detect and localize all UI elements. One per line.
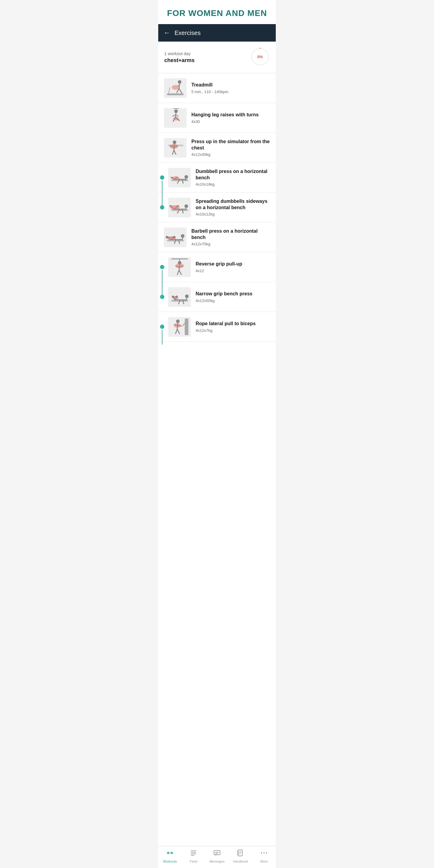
svg-rect-104 <box>169 852 171 853</box>
bottom-nav: Workouts Feed Messages <box>158 846 276 868</box>
exercise-list: Treadmill 5 min., 110 - 140bpm Hanging l… <box>158 73 276 846</box>
exercise-name: Reverse grip pull-up <box>195 261 271 267</box>
exercise-item[interactable]: Dumbbell press on a horizontal bench 4x1… <box>158 163 276 193</box>
nav-label-workouts: Workouts <box>163 860 177 863</box>
svg-rect-108 <box>191 855 194 856</box>
svg-rect-114 <box>239 852 241 853</box>
nav-label-more: More <box>260 860 268 863</box>
exercise-detail: 4x10x12kg <box>195 212 271 216</box>
svg-point-44 <box>184 204 188 208</box>
timeline-dot <box>160 324 164 329</box>
nav-item-workouts[interactable]: Workouts <box>161 849 179 863</box>
nav-label-messages: Messages <box>210 860 224 863</box>
exercise-name: Barbell press on a horizontal bench <box>191 228 271 241</box>
svg-point-53 <box>170 205 180 210</box>
svg-rect-113 <box>239 851 241 852</box>
exercise-name: Narrow grip bench press <box>195 291 271 297</box>
exercise-info-dumbbell: Dumbbell press on a horizontal bench 4x1… <box>195 168 271 187</box>
svg-point-41 <box>171 176 180 180</box>
svg-rect-116 <box>238 850 238 855</box>
exercise-name: Press up in the simulator from the chest <box>191 138 271 151</box>
exercise-info-rope: Rope lateral pull to biceps 4x12x7kg <box>195 321 271 333</box>
nav-header: ← Exercises <box>158 24 276 41</box>
svg-rect-111 <box>215 853 218 854</box>
exercise-image-rope <box>167 316 191 337</box>
nav-item-handbook[interactable]: Handbook <box>231 849 250 863</box>
timeline-dot-bottom <box>160 205 164 210</box>
svg-point-89 <box>173 297 179 300</box>
exercise-name: Rope lateral pull to biceps <box>195 321 271 327</box>
svg-line-57 <box>182 238 183 240</box>
exercise-name: Treadmill <box>191 82 271 88</box>
svg-rect-102 <box>168 852 169 854</box>
handbook-icon <box>237 849 244 858</box>
exercise-item[interactable]: Press up in the simulator from the chest… <box>158 133 276 163</box>
exercise-info-pressup: Press up in the simulator from the chest… <box>191 138 271 157</box>
timeline-dot <box>160 295 164 299</box>
svg-point-22 <box>173 141 176 144</box>
exercise-name: Spreading dumbbells sideways on a horizo… <box>195 198 271 211</box>
nav-label-feed: Feed <box>190 860 197 863</box>
exercise-info-narrow: Narrow grip bench press 4x12x50kg <box>195 291 271 303</box>
messages-icon <box>213 849 221 858</box>
exercise-info-hangraise: Hanging leg raises with turns 4x30 <box>191 112 271 124</box>
svg-point-10 <box>172 85 179 90</box>
page-title: Exercises <box>175 30 201 36</box>
exercise-detail: 5 min., 110 - 140bpm <box>191 90 271 94</box>
exercise-detail: 4x12x70kg <box>191 242 271 246</box>
exercise-image-treadmill <box>163 78 187 98</box>
workout-day-header: 1 workout day chest+arms 0% <box>158 41 276 73</box>
exercise-detail: 4x12x7kg <box>195 328 271 333</box>
exercise-info-reverse: Reverse grip pull-up 4x12 <box>195 261 271 273</box>
exercise-name: Dumbbell press on a horizontal bench <box>195 168 271 181</box>
exercise-item[interactable]: Reverse grip pull-up 4x12 <box>158 252 276 282</box>
workout-day-number: 1 workout day <box>164 51 195 56</box>
progress-circle-container: 0% <box>250 47 270 67</box>
svg-rect-105 <box>191 850 196 851</box>
exercise-item[interactable]: Spreading dumbbells sideways on a horizo… <box>158 193 276 222</box>
svg-rect-107 <box>191 854 196 854</box>
svg-point-93 <box>176 319 180 323</box>
svg-point-66 <box>167 237 176 240</box>
svg-line-4 <box>179 84 180 89</box>
nav-item-feed[interactable]: Feed <box>184 849 203 863</box>
exercise-info-barbell: Barbell press on a horizontal bench 4x12… <box>191 228 271 247</box>
workout-day-name: chest+arms <box>164 57 195 64</box>
progress-text: 0% <box>257 55 263 59</box>
exercise-image-spreading <box>167 197 191 218</box>
nav-item-more[interactable]: More <box>255 849 273 863</box>
svg-point-119 <box>266 852 267 854</box>
exercise-image-pressup <box>163 137 187 158</box>
svg-rect-106 <box>191 852 196 852</box>
nav-label-handbook: Handbook <box>233 860 248 863</box>
exercise-image-barbell <box>163 227 187 248</box>
more-icon <box>260 849 268 858</box>
svg-rect-115 <box>239 854 241 855</box>
timeline-dot-top <box>160 176 164 180</box>
svg-point-99 <box>174 323 181 328</box>
svg-rect-8 <box>167 93 184 95</box>
exercise-item[interactable]: Hanging leg raises with turns 4x30 <box>158 103 276 133</box>
exercise-image-narrow <box>167 286 191 307</box>
exercise-info-spreading: Spreading dumbbells sideways on a horizo… <box>195 198 271 217</box>
back-button[interactable]: ← <box>164 29 170 37</box>
workouts-icon <box>166 849 174 858</box>
exercise-image-hangraise <box>163 107 187 128</box>
exercise-info-treadmill: Treadmill 5 min., 110 - 140bpm <box>191 82 271 94</box>
exercise-detail: 4x10x18kg <box>195 182 271 187</box>
progress-circle: 0% <box>250 47 270 66</box>
exercise-item[interactable]: Rope lateral pull to biceps 4x12x7kg <box>158 312 276 342</box>
timeline-line <box>162 330 162 344</box>
exercise-item[interactable]: Barbell press on a horizontal bench 4x12… <box>158 222 276 252</box>
svg-point-117 <box>261 852 262 854</box>
exercise-item[interactable]: Narrow grip bench press 4x12x50kg <box>158 282 276 312</box>
svg-point-118 <box>264 852 265 854</box>
exercise-item[interactable]: Treadmill 5 min., 110 - 140bpm <box>158 73 276 103</box>
hero-title: FOR WOMEN AND MEN <box>163 8 271 18</box>
svg-rect-110 <box>215 852 219 852</box>
svg-rect-103 <box>171 852 172 854</box>
svg-rect-91 <box>185 318 188 335</box>
nav-item-messages[interactable]: Messages <box>208 849 226 863</box>
exercise-name: Hanging leg raises with turns <box>191 112 271 118</box>
svg-line-45 <box>186 208 186 210</box>
